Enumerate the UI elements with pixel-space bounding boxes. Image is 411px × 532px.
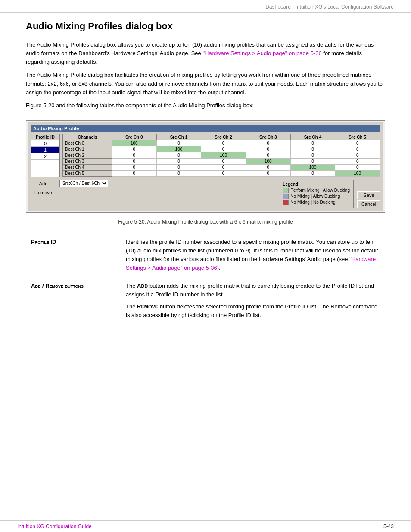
- src-ch0-header: Src Ch 0: [112, 134, 156, 140]
- cell-2-1[interactable]: 0: [156, 152, 201, 158]
- legend-label-1: No Mixing | Allow Ducking: [290, 194, 340, 199]
- dialog-inner: Audio Mixing Profile Profile ID: [28, 122, 383, 211]
- cell-3-1[interactable]: 0: [156, 158, 201, 164]
- profile-row-1[interactable]: 1: [31, 146, 59, 153]
- footer-left: Intuition XG Configuration Guide: [17, 523, 92, 529]
- footer-bar: Intuition XG Configuration Guide 5-43: [0, 520, 411, 532]
- cell-5-1[interactable]: 0: [156, 170, 201, 176]
- cell-1-1[interactable]: 100: [156, 146, 201, 152]
- def-remove-para: The REMOVE button deletes the selected m…: [126, 302, 380, 320]
- dest-ch0-label: Dest Ch 0: [63, 140, 112, 146]
- header-bar: Dashboard - Intuition XG's Local Configu…: [0, 0, 411, 13]
- cell-2-3[interactable]: 0: [246, 152, 290, 158]
- profile-id-2[interactable]: 2: [31, 153, 59, 159]
- profile-row-0[interactable]: 0: [31, 140, 59, 146]
- src-ch1-header: Src Ch 1: [156, 134, 201, 140]
- legend-item-2: No Mixing | No Ducking: [283, 200, 350, 205]
- cell-4-1[interactable]: 0: [156, 164, 201, 170]
- cell-2-4[interactable]: 0: [290, 152, 335, 158]
- cell-3-5[interactable]: 0: [335, 158, 380, 164]
- page-container: Dashboard - Intuition XG's Local Configu…: [0, 0, 411, 532]
- src-ch2-header: Src Ch 2: [201, 134, 246, 140]
- remove-button[interactable]: Remove: [31, 189, 56, 196]
- legend-swatch-blue: [283, 194, 289, 199]
- add-label-sc: DD: [141, 283, 148, 289]
- cell-3-0[interactable]: 0: [112, 158, 156, 164]
- remove-label-inline: REMOVE: [137, 303, 158, 310]
- matrix-row-2: Dest Ch 2 0 0 100 0 0 0: [63, 152, 380, 158]
- cell-4-2[interactable]: 0: [201, 164, 246, 170]
- profile-id-header: Profile ID: [31, 134, 59, 140]
- cell-5-3[interactable]: 0: [246, 170, 290, 176]
- cell-4-5[interactable]: 0: [335, 164, 380, 170]
- legend-label-0: Perform Mixing | Allow Ducking: [290, 188, 350, 193]
- cell-0-2[interactable]: 0: [201, 140, 246, 146]
- legend-box: Legend Perform Mixing | Allow Ducking No…: [279, 180, 354, 208]
- matrix-table: Channels Src Ch 0 Src Ch 1 Src Ch 2 Src …: [63, 134, 380, 177]
- def-desc-text-1: Identifies the profile ID number associa…: [126, 239, 378, 262]
- cancel-button[interactable]: Cancel: [357, 200, 380, 208]
- legend-title: Legend: [283, 182, 350, 187]
- body-paragraph-1: The Audio Mixing Profiles dialog box all…: [26, 40, 385, 66]
- cell-2-0[interactable]: 0: [112, 152, 156, 158]
- header-title: Dashboard - Intuition XG's Local Configu…: [265, 4, 394, 10]
- figure-intro: Figure 5-20 and the following tables the…: [26, 101, 385, 110]
- profile-row-2[interactable]: 2: [31, 153, 59, 159]
- profile-id-0[interactable]: 0: [31, 140, 59, 146]
- legend-item-0: Perform Mixing | Allow Ducking: [283, 188, 350, 193]
- cell-4-4[interactable]: 100: [290, 164, 335, 170]
- dialog-screenshot: Audio Mixing Profile Profile ID: [26, 120, 385, 213]
- cell-0-3[interactable]: 0: [246, 140, 290, 146]
- def-row-add-remove: Add / Remove buttons The ADD button adds…: [26, 277, 385, 324]
- cell-3-3[interactable]: 100: [246, 158, 290, 164]
- cell-1-3[interactable]: 0: [246, 146, 290, 152]
- matrix-section: Channels Src Ch 0 Src Ch 1 Src Ch 2 Src …: [62, 134, 380, 177]
- para1-link[interactable]: "Hardware Settings > Audio page" on page…: [202, 50, 321, 56]
- add-label-inline: ADD: [137, 283, 148, 289]
- dest-ch1-label: Dest Ch 1: [63, 146, 112, 152]
- def-desc-end-1: ).: [217, 264, 221, 271]
- channels-header: Channels: [63, 134, 112, 140]
- legend-item-1: No Mixing | Allow Ducking: [283, 194, 350, 199]
- cell-3-2[interactable]: 0: [201, 158, 246, 164]
- cell-1-5[interactable]: 0: [335, 146, 380, 152]
- save-button[interactable]: Save: [357, 191, 380, 199]
- cell-2-5[interactable]: 0: [335, 152, 380, 158]
- cell-4-3[interactable]: 0: [246, 164, 290, 170]
- add-remove-term: Add / Remove buttons: [31, 283, 84, 289]
- page-heading: Audio Mixing Profiles dialog box: [26, 21, 385, 34]
- channel-select[interactable]: Src:6Ch / Dest:6Ch: [59, 180, 108, 187]
- cell-5-4[interactable]: 0: [290, 170, 335, 176]
- add-button[interactable]: Add: [31, 180, 56, 187]
- cell-0-5[interactable]: 0: [335, 140, 380, 146]
- cell-5-0[interactable]: 0: [112, 170, 156, 176]
- src-ch5-header: Src Ch 5: [335, 134, 380, 140]
- legend-swatch-green: [283, 188, 289, 193]
- dest-ch4-label: Dest Ch 4: [63, 164, 112, 170]
- btn-stack: Add Remove: [31, 180, 56, 196]
- dropdown-row: Src:6Ch / Dest:6Ch: [59, 180, 272, 187]
- cell-5-2[interactable]: 0: [201, 170, 246, 176]
- profile-id-1[interactable]: 1: [31, 146, 59, 153]
- profile-id-list[interactable]: Profile ID 0 1: [31, 134, 60, 177]
- src-ch4-header: Src Ch 4: [290, 134, 335, 140]
- cell-4-0[interactable]: 0: [112, 164, 156, 170]
- cell-0-1[interactable]: 0: [156, 140, 201, 146]
- cell-0-0[interactable]: 100: [112, 140, 156, 146]
- def-add-para: The ADD button adds the mixing profile m…: [126, 282, 380, 299]
- matrix-row-3: Dest Ch 3 0 0 0 100 0 0: [63, 158, 380, 164]
- src-ch3-header: Src Ch 3: [246, 134, 290, 140]
- save-cancel-area: Save Cancel: [357, 191, 380, 208]
- cell-3-4[interactable]: 0: [290, 158, 335, 164]
- cell-0-4[interactable]: 0: [290, 140, 335, 146]
- matrix-row-5: Dest Ch 5 0 0 0 0 0 100: [63, 170, 380, 176]
- cell-2-2[interactable]: 100: [201, 152, 246, 158]
- remove-label-sc: EMOVE: [141, 304, 158, 309]
- profile-id-term: Profile ID: [31, 239, 56, 245]
- matrix-row-0: Dest Ch 0 100 0 0 0 0 0: [63, 140, 380, 146]
- cell-1-0[interactable]: 0: [112, 146, 156, 152]
- figure-caption: Figure 5-20. Audio Mixing Profile dialog…: [26, 219, 385, 225]
- cell-1-4[interactable]: 0: [290, 146, 335, 152]
- cell-5-5[interactable]: 100: [335, 170, 380, 176]
- cell-1-2[interactable]: 0: [201, 146, 246, 152]
